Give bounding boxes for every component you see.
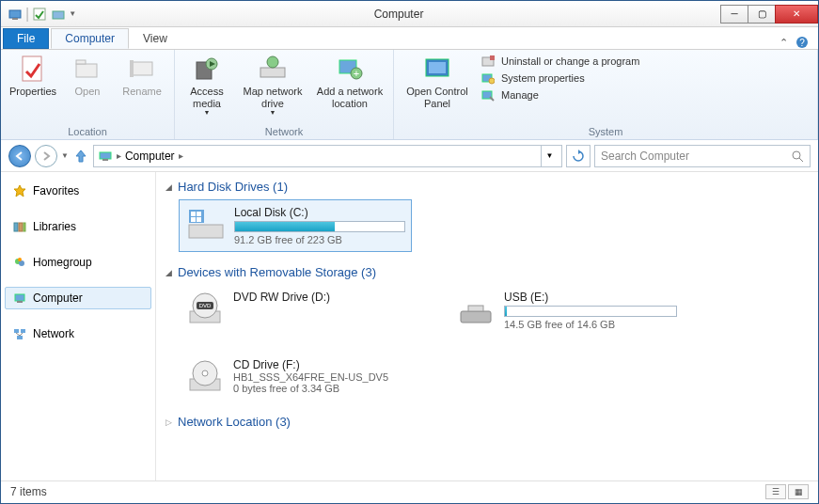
titlebar: | ▼ Computer ─ ▢ ✕	[1, 1, 818, 27]
svg-rect-32	[19, 223, 23, 231]
address-dropdown[interactable]: ▼	[541, 146, 558, 166]
details-view-button[interactable]: ☰	[765, 484, 786, 499]
svg-rect-39	[14, 329, 19, 333]
close-button[interactable]: ✕	[775, 5, 818, 24]
svg-point-29	[793, 151, 800, 159]
address-bar[interactable]: ▸ Computer ▸ ▼	[93, 145, 562, 167]
forward-button[interactable]	[35, 145, 57, 167]
usb-icon	[455, 291, 496, 328]
manage-button[interactable]: Manage	[480, 87, 639, 102]
group-removable[interactable]: ◢ Devices with Removable Storage (3)	[165, 265, 809, 279]
add-network-location-button[interactable]: + Add a network location	[312, 52, 387, 111]
tab-computer[interactable]: Computer	[51, 28, 129, 49]
group-network-label: Network	[181, 125, 387, 139]
address-chevron-icon[interactable]: ▸	[117, 150, 121, 161]
svg-point-24	[489, 78, 495, 84]
qat-dropdown-icon[interactable]: ▼	[69, 9, 76, 18]
status-bar: 7 items ☰ ▦	[1, 480, 818, 501]
rename-button[interactable]: Rename	[116, 52, 168, 100]
svg-rect-40	[21, 329, 25, 333]
svg-rect-45	[197, 212, 201, 216]
uninstall-button[interactable]: Uninstall or change a program	[480, 54, 639, 69]
content-pane: ◢ Hard Disk Drives (1) Local Disk (C:) 9…	[156, 172, 818, 480]
svg-text:DVD: DVD	[199, 303, 212, 308]
maximize-button[interactable]: ▢	[748, 5, 776, 24]
svg-rect-54	[468, 306, 483, 311]
system-properties-button[interactable]: System properties	[480, 71, 639, 86]
svg-rect-31	[14, 223, 18, 231]
collapse-icon: ◢	[165, 268, 172, 277]
dropdown-icon: ▼	[270, 109, 276, 117]
rename-icon	[127, 54, 157, 84]
system-props-icon	[480, 71, 496, 86]
history-dropdown-icon[interactable]: ▼	[61, 151, 69, 160]
libraries-icon	[12, 219, 27, 234]
svg-rect-14	[260, 68, 285, 77]
svg-rect-1	[12, 18, 18, 20]
new-folder-qat-icon[interactable]	[50, 6, 67, 23]
map-drive-button[interactable]: Map network drive ▼	[235, 52, 310, 118]
svg-rect-46	[191, 217, 196, 222]
svg-rect-7	[76, 64, 97, 77]
svg-rect-38	[17, 301, 23, 303]
help-icon[interactable]: ?	[795, 36, 809, 49]
svg-rect-27	[102, 159, 108, 161]
svg-marker-30	[14, 185, 25, 197]
group-system-label: System	[400, 125, 811, 139]
properties-icon	[18, 54, 48, 84]
manage-icon	[480, 87, 496, 102]
drive-local-c[interactable]: Local Disk (C:) 91.2 GB free of 223 GB	[179, 199, 412, 252]
svg-rect-10	[130, 60, 134, 77]
hdd-icon	[185, 206, 227, 244]
app-icon	[7, 6, 24, 23]
open-button[interactable]: Open	[61, 52, 114, 100]
homegroup-icon	[12, 255, 27, 270]
svg-rect-53	[461, 311, 491, 323]
svg-rect-3	[53, 11, 64, 19]
access-media-button[interactable]: Access media ▼	[181, 52, 233, 118]
up-button[interactable]	[72, 148, 89, 165]
nav-network[interactable]: Network	[5, 323, 151, 345]
refresh-button[interactable]	[566, 145, 591, 167]
properties-button[interactable]: Properties	[7, 52, 59, 100]
svg-rect-37	[15, 294, 24, 301]
nav-computer[interactable]: Computer	[5, 287, 151, 309]
navbar: ▼ ▸ Computer ▸ ▼ Search Computer	[1, 140, 818, 172]
uninstall-icon	[480, 54, 496, 69]
svg-point-15	[267, 56, 278, 68]
svg-rect-33	[24, 223, 25, 231]
drive-cd-f[interactable]: CD Drive (F:) HB1_SSS_X64FRE_EN-US_DV5 0…	[179, 353, 412, 402]
group-network-location[interactable]: ▷ Network Location (3)	[165, 415, 809, 429]
properties-qat-icon[interactable]	[31, 6, 48, 23]
svg-rect-47	[197, 217, 201, 222]
capacity-bar	[234, 221, 405, 232]
computer-icon	[12, 291, 27, 306]
svg-rect-44	[191, 212, 196, 216]
add-location-icon: +	[335, 54, 365, 84]
minimize-button[interactable]: ─	[720, 5, 748, 24]
open-control-panel-button[interactable]: Open Control Panel	[400, 52, 475, 111]
svg-point-36	[18, 258, 22, 261]
nav-favorites[interactable]: Favorites	[5, 180, 151, 202]
collapse-ribbon-icon[interactable]: ⌃	[780, 37, 788, 49]
file-menu[interactable]: File	[3, 28, 49, 49]
search-icon	[791, 150, 804, 163]
breadcrumb-computer[interactable]: Computer	[125, 150, 175, 163]
address-chevron-icon[interactable]: ▸	[179, 150, 183, 161]
nav-libraries[interactable]: Libraries	[5, 215, 151, 238]
expand-icon: ▷	[165, 417, 172, 427]
drive-dvd-d[interactable]: DVD DVD RW Drive (D:)	[179, 285, 412, 336]
tiles-view-button[interactable]: ▦	[788, 484, 809, 499]
drive-usb-e[interactable]: USB (E:) 14.5 GB free of 14.6 GB	[449, 285, 683, 336]
back-button[interactable]	[8, 145, 31, 167]
collapse-icon: ◢	[165, 182, 172, 192]
dropdown-icon: ▼	[204, 109, 211, 117]
tab-view[interactable]: View	[129, 28, 181, 49]
search-input[interactable]: Search Computer	[594, 145, 811, 167]
window-title: Computer	[76, 8, 721, 21]
nav-homegroup[interactable]: Homegroup	[5, 251, 151, 274]
group-location-label: Location	[7, 125, 168, 139]
group-hdd[interactable]: ◢ Hard Disk Drives (1)	[165, 180, 809, 194]
svg-rect-22	[490, 55, 495, 60]
cd-icon	[184, 358, 226, 396]
